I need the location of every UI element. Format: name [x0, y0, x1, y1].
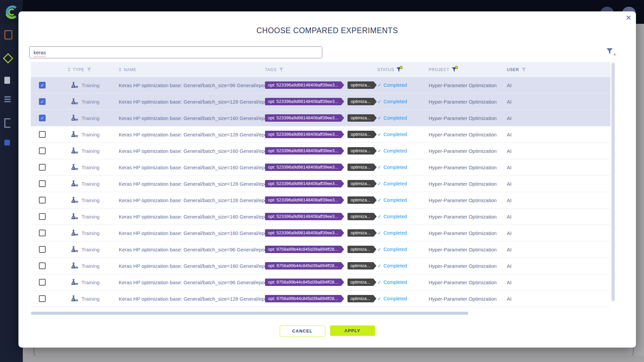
row-checkbox[interactable]	[39, 230, 46, 236]
row-checkbox[interactable]	[39, 131, 46, 138]
row-checkbox[interactable]	[39, 262, 46, 269]
row-type-label: Training	[82, 280, 100, 285]
sidebar-projects-icon[interactable]	[3, 53, 13, 63]
row-status-cell: ✓ Completed	[377, 115, 429, 121]
filter-active-icon[interactable]	[452, 67, 457, 72]
experiment-name: Keras HP optimization base: General/batc…	[119, 132, 265, 137]
experiment-name: Keras HP optimization base: General/batc…	[119, 197, 265, 203]
table-row[interactable]: Training Keras HP optimization base: Gen…	[31, 225, 610, 241]
row-checkbox[interactable]: ✓	[39, 98, 46, 105]
status-label: Completed	[383, 263, 407, 268]
sidebar-pipelines-icon[interactable]	[4, 118, 10, 128]
table-row[interactable]: Training Keras HP optimization base: Gen…	[31, 192, 610, 208]
close-icon[interactable]: ×	[626, 13, 631, 23]
filter-icon[interactable]	[87, 68, 91, 72]
tag-badge-opt-id: opt: 523396a9d98148408aff39ee3...	[265, 196, 341, 204]
row-checkbox-cell	[31, 230, 68, 236]
row-checkbox-cell	[31, 295, 68, 302]
choose-compared-experiments-dialog: × CHOOSE COMPARED EXPERIMENTS keras × TY…	[18, 11, 636, 348]
status-check-icon: ✓	[377, 197, 381, 203]
sidebar-datasets-icon[interactable]	[4, 96, 11, 102]
column-header-tags[interactable]: TAGS	[265, 67, 377, 72]
row-type-cell: Training	[68, 180, 119, 187]
table-row[interactable]: ✓ Training Keras HP optimization base: G…	[31, 110, 610, 126]
row-type-label: Training	[82, 181, 100, 187]
tag-badge-opt-id: opt: 9758a99b44c845d39a894ff28...	[265, 262, 341, 269]
row-user: AI	[507, 247, 610, 252]
table-row[interactable]: Training Keras HP optimization base: Gen…	[31, 258, 610, 274]
row-checkbox[interactable]	[39, 279, 46, 286]
column-header-name[interactable]: NAME	[119, 67, 265, 72]
row-type-label: Training	[82, 132, 100, 137]
status-check-icon: ✓	[377, 115, 381, 121]
row-project: Hyper-Parameter Optimization	[429, 99, 507, 105]
experiment-name: Keras HP optimization base: General/batc…	[119, 296, 265, 302]
table-row[interactable]: Training Keras HP optimization base: Gen…	[31, 176, 610, 192]
status-label: Completed	[383, 181, 407, 186]
row-checkbox[interactable]	[39, 164, 46, 171]
column-header-type[interactable]: TYPE	[68, 67, 119, 72]
table-row[interactable]: Training Keras HP optimization base: Gen…	[31, 208, 610, 225]
row-status-cell: ✓ Completed	[377, 99, 429, 104]
filter-active-dot	[455, 66, 458, 69]
tag-badge-opt-id: opt: 523396a9d98148408aff39ee3...	[265, 147, 341, 155]
sort-icon[interactable]	[119, 68, 121, 71]
row-user: AI	[507, 115, 610, 121]
clear-filters-icon[interactable]: ×	[606, 48, 615, 56]
table-row[interactable]: Training Keras HP optimization base: Gen…	[31, 241, 610, 258]
experiment-name: Keras HP optimization base: General/batc…	[119, 115, 265, 121]
filter-icon[interactable]	[522, 68, 526, 72]
table-row[interactable]: Training Keras HP optimization base: Gen…	[31, 274, 610, 291]
column-header-project[interactable]: PROJECT	[429, 67, 507, 72]
row-checkbox[interactable]: ✓	[39, 115, 46, 121]
apply-button[interactable]: APPLY	[330, 325, 375, 336]
row-status-cell: ✓ Completed	[377, 214, 429, 219]
row-checkbox-cell	[31, 164, 68, 171]
tag-badge-opt-id: opt: 523396a9d98148408aff39ee3...	[265, 180, 341, 187]
table-row[interactable]: Training Keras HP optimization base: Gen…	[31, 159, 610, 176]
table-row[interactable]: Training Keras HP optimization base: Gen…	[31, 126, 610, 143]
row-tags-cell: opt: 523396a9d98148408aff39ee3... optimi…	[265, 180, 377, 187]
table-row[interactable]: Training Keras HP optimization base: Gen…	[31, 291, 610, 307]
row-type-label: Training	[82, 214, 100, 220]
column-header-status[interactable]: STATUS	[377, 67, 429, 72]
table-row[interactable]: Training Keras HP optimization base: Gen…	[31, 143, 610, 159]
row-user: AI	[507, 99, 610, 105]
column-header-user[interactable]: USER	[507, 67, 610, 72]
dialog-title: CHOOSE COMPARED EXPERIMENTS	[18, 26, 636, 35]
cancel-button[interactable]: CANCEL	[280, 325, 325, 337]
experiment-search-input[interactable]: keras	[29, 46, 322, 58]
sort-icon[interactable]	[68, 68, 70, 71]
row-user: AI	[507, 148, 610, 154]
tag-badge-opt-id: opt: 523396a9d98148408aff39ee3...	[265, 81, 341, 89]
row-checkbox[interactable]	[39, 246, 46, 253]
table-row[interactable]: ✓ Training Keras HP optimization base: G…	[31, 94, 610, 110]
status-check-icon: ✓	[377, 82, 381, 88]
table-row[interactable]: Training Keras HP optimization base: Gen…	[31, 307, 610, 311]
tag-badge-opt-id: opt: 9758a99b44c845d39a894ff28...	[265, 246, 341, 253]
tag-badge-optimization: optimiza...	[347, 246, 373, 253]
row-project: Hyper-Parameter Optimization	[429, 181, 507, 187]
filter-icon[interactable]	[279, 68, 283, 72]
sidebar-applications-icon[interactable]	[4, 140, 10, 145]
row-project: Hyper-Parameter Optimization	[429, 296, 507, 302]
table-row[interactable]: ✓ Training Keras HP optimization base: G…	[31, 77, 610, 94]
row-checkbox[interactable]	[39, 295, 46, 302]
row-checkbox[interactable]	[39, 197, 46, 203]
training-flask-icon	[70, 213, 78, 220]
dialog-footer: CANCEL APPLY	[18, 325, 636, 337]
horizontal-scrollbar[interactable]	[31, 312, 468, 315]
sidebar-reports-icon[interactable]	[4, 77, 10, 84]
row-checkbox[interactable]	[39, 213, 46, 220]
filter-active-icon[interactable]	[396, 67, 401, 72]
row-type-label: Training	[82, 99, 100, 105]
row-checkbox[interactable]: ✓	[39, 82, 46, 88]
row-checkbox[interactable]	[39, 180, 46, 187]
status-label: Completed	[383, 115, 407, 121]
sidebar-dashboard-icon[interactable]	[4, 30, 12, 40]
row-checkbox[interactable]	[39, 147, 46, 154]
row-checkbox-cell	[31, 197, 68, 203]
row-user: AI	[507, 230, 610, 236]
vertical-scrollbar[interactable]	[611, 63, 615, 301]
row-type-cell: Training	[68, 230, 119, 237]
